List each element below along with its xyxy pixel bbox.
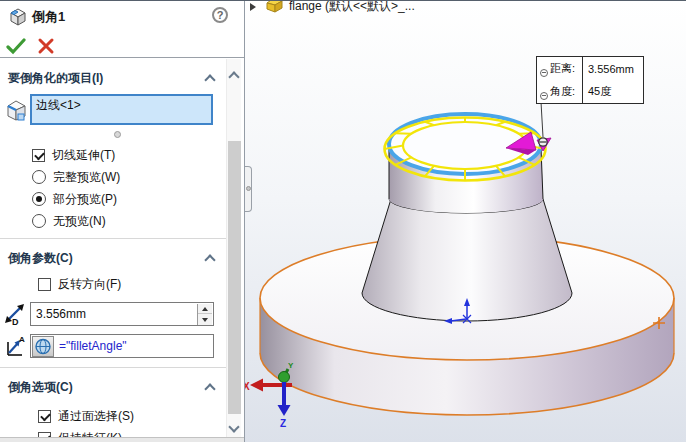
- face-select-checkbox[interactable]: [38, 410, 51, 423]
- full-preview-label: 完整预览(W): [53, 169, 120, 186]
- collapse-chevron-icon[interactable]: [204, 254, 215, 265]
- section-options-header[interactable]: 倒角选项(C): [0, 368, 226, 399]
- callout-distance-label-cell: 距离:: [537, 61, 582, 76]
- collapse-handle-icon[interactable]: [540, 69, 548, 77]
- section-items-title: 要倒角化的项目(I): [8, 71, 103, 85]
- edge-filter-icon: [4, 97, 28, 126]
- section-options-title: 倒角选项(C): [8, 380, 73, 394]
- callout-distance-row: 距离: 3.556mm: [537, 57, 643, 80]
- scrollbar-thumb[interactable]: [228, 141, 241, 414]
- solidworks-window: 倒角1 ? 要倒角化的项目(I): [0, 0, 686, 442]
- full-preview-radio[interactable]: [32, 170, 46, 184]
- chamfer-feature-icon: [7, 5, 29, 31]
- chamfer-callout[interactable]: 距离: 3.556mm 角度: 45度: [536, 56, 644, 104]
- listbox-resize-handle[interactable]: [114, 131, 121, 138]
- distance-spinner: [197, 304, 212, 325]
- section-items-header[interactable]: 要倒角化的项目(I): [0, 59, 226, 90]
- spinner-up-button[interactable]: [198, 304, 212, 314]
- callout-angle-label-cell: 角度:: [537, 84, 582, 99]
- selected-edge-item[interactable]: 边线<1>: [36, 98, 81, 112]
- splitter-dot-icon: [246, 186, 251, 191]
- collapse-chevron-icon[interactable]: [204, 74, 215, 85]
- cancel-button[interactable]: [37, 37, 55, 59]
- part-icon: [265, 1, 284, 16]
- ok-button[interactable]: [6, 37, 26, 59]
- face-select-row: 通过面选择(S): [38, 408, 226, 424]
- collapse-chevron-icon[interactable]: [204, 383, 215, 394]
- feature-tree-root[interactable]: flange (默认<<默认>_...: [248, 1, 415, 15]
- distance-input[interactable]: 3.556mm: [30, 302, 214, 326]
- svg-text:A: A: [19, 335, 25, 344]
- tangent-propagation-row: 切线延伸(T): [32, 147, 226, 163]
- panel-body: 要倒角化的项目(I) 边线<1>: [0, 59, 226, 442]
- distance-value[interactable]: 3.556mm: [36, 307, 86, 321]
- callout-angle-row: 角度: 45度: [537, 80, 643, 103]
- panel-scrollbar[interactable]: [226, 59, 241, 437]
- no-preview-row: 无预览(N): [32, 213, 226, 229]
- svg-text:D: D: [12, 317, 19, 326]
- no-preview-radio[interactable]: [32, 214, 46, 228]
- angle-icon: A: [3, 334, 27, 361]
- section-params-title: 倒角参数(C): [8, 251, 73, 265]
- flip-direction-label: 反转方向(F): [58, 276, 121, 293]
- edge-selection-row: 边线<1>: [0, 94, 226, 127]
- full-preview-row: 完整预览(W): [32, 169, 226, 185]
- graphics-viewport[interactable]: X Y Z flange (默认<<默认>_...: [245, 1, 686, 442]
- panel-splitter-handle[interactable]: [245, 166, 252, 212]
- scroll-down-icon[interactable]: [228, 421, 239, 432]
- no-preview-label: 无预览(N): [53, 213, 106, 230]
- scroll-up-icon[interactable]: [228, 71, 239, 82]
- part-name-label[interactable]: flange (默认<<默认>_...: [289, 1, 415, 15]
- angle-equation-value[interactable]: ="filletAngle": [59, 339, 127, 353]
- tangent-propagation-label: 切线延伸(T): [52, 147, 115, 164]
- distance-row: D 3.556mm: [0, 302, 226, 326]
- callout-angle-label: 角度:: [550, 85, 575, 97]
- global-variable-icon[interactable]: [32, 336, 54, 357]
- tangent-propagation-checkbox[interactable]: [32, 149, 45, 162]
- triad-x-label: X: [245, 381, 250, 392]
- collapse-handle-icon[interactable]: [540, 92, 548, 100]
- triad-y-label: Y: [288, 361, 294, 370]
- panel-title: 倒角1: [32, 8, 65, 26]
- panel-header: 倒角1 ?: [0, 1, 244, 58]
- triad-z-label: Z: [280, 418, 286, 429]
- partial-preview-row: 部分预览(P): [32, 191, 226, 207]
- flip-direction-row: 反转方向(F): [38, 276, 226, 292]
- distance-icon: D: [3, 302, 27, 329]
- section-params-header[interactable]: 倒角参数(C): [0, 239, 226, 270]
- panel-bottom-strip: [0, 437, 244, 442]
- edge-selection-listbox[interactable]: 边线<1>: [30, 94, 213, 125]
- tree-expand-icon[interactable]: [250, 3, 256, 11]
- callout-distance-label: 距离:: [550, 62, 575, 74]
- help-icon[interactable]: ?: [212, 7, 228, 23]
- property-manager-panel: 倒角1 ? 要倒角化的项目(I): [0, 1, 245, 442]
- callout-distance-value[interactable]: 3.556mm: [582, 57, 643, 80]
- face-select-label: 通过面选择(S): [58, 408, 134, 425]
- angle-row: A ="filletAngle": [0, 334, 226, 358]
- callout-angle-value[interactable]: 45度: [582, 80, 643, 103]
- partial-preview-label: 部分预览(P): [53, 191, 117, 208]
- spinner-down-button[interactable]: [198, 315, 212, 325]
- angle-input[interactable]: ="filletAngle": [30, 334, 214, 358]
- flip-direction-checkbox[interactable]: [38, 278, 51, 291]
- partial-preview-radio[interactable]: [32, 192, 46, 206]
